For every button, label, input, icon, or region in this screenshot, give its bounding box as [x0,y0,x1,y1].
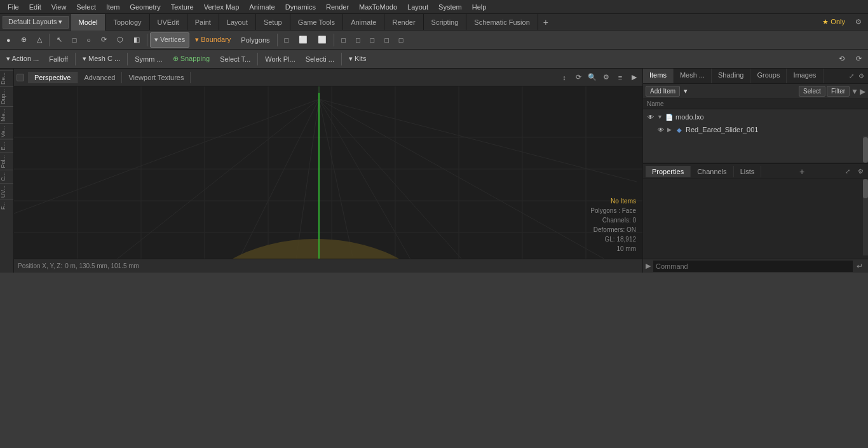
tb-boundary[interactable]: ▾ Boundary [191,32,235,48]
items-scrollbar[interactable] [863,136,868,163]
tb-selecti[interactable]: Selecti ... [301,51,339,67]
menu-layout[interactable]: Layout [402,2,433,12]
prop-tab-properties[interactable]: Properties [646,166,691,177]
panel-tab-groups[interactable]: Groups [750,69,787,83]
tb-polygons[interactable]: Polygons [236,32,274,48]
add-item-button[interactable]: Add Item [646,86,680,97]
undo-button[interactable]: ⟲ [834,51,849,67]
viewport-tab-advanced[interactable]: Advanced [78,72,122,83]
tab-animate[interactable]: Animate [343,14,384,31]
sidebar-item-ve[interactable]: Ve... [0,123,13,139]
viewport-ctrl-menu[interactable]: ≡ [614,72,626,83]
panel-tab-mesh[interactable]: Mesh ... [674,69,712,83]
star-only[interactable]: ★ Only [818,17,849,27]
tree-arrow-mesh[interactable]: ▶ [667,126,675,133]
tree-item-root[interactable]: 👁 ▼ 📄 modo.lxo [643,111,868,123]
tab-render[interactable]: Render [384,14,423,31]
tab-scripting[interactable]: Scripting [424,14,467,31]
prop-tab-lists[interactable]: Lists [734,166,762,177]
select-button[interactable]: Select [799,86,825,97]
tab-layout[interactable]: Layout [219,14,256,31]
items-scrollthumb[interactable] [863,137,868,163]
add-item-dropdown[interactable]: ▾ [684,87,688,95]
viewport-ctrl-play[interactable]: ▶ [628,72,640,83]
tab-model[interactable]: Model [71,14,106,31]
tb-snapping[interactable]: ⊕ Snapping [168,51,215,67]
prop-tab-add[interactable]: + [796,166,808,177]
viewport-ctrl-zoom[interactable]: 🔍 [587,72,598,83]
prop-tab-channels[interactable]: Channels [691,166,733,177]
prop-ctrl-settings[interactable]: ⚙ [855,166,865,177]
layout-settings[interactable]: ⚙ [849,18,868,26]
menu-view[interactable]: View [46,2,72,12]
tb-sq2[interactable]: ⬜ [294,32,312,48]
menu-edit[interactable]: Edit [24,2,46,12]
tb-globe[interactable]: ⊕ [17,32,31,48]
tb-sq4[interactable]: □ [337,32,350,48]
tab-schematic-fusion[interactable]: Schematic Fusion [466,14,538,31]
tb-mesh-c[interactable]: ▾ Mesh C ... [78,51,125,67]
panel-tab-images[interactable]: Images [787,69,823,83]
tb-vertices[interactable]: ▾ Vertices [150,32,189,48]
sidebar-item-de[interactable]: De... [0,70,13,86]
sidebar-item-pol[interactable]: Pol... [0,153,13,170]
sidebar-item-f[interactable]: F... [0,200,13,212]
tb-symm[interactable]: Symm ... [130,51,166,67]
sidebar-item-e[interactable]: E... [0,139,13,153]
tab-topology[interactable]: Topology [105,14,149,31]
viewport-ctrl-rotate[interactable]: ⟳ [573,72,584,83]
tab-setup[interactable]: Setup [256,14,290,31]
panel-tab-items[interactable]: Items [643,69,674,83]
menu-vertex-map[interactable]: Vertex Map [199,2,245,12]
tb-sq3[interactable]: ⬜ [313,32,331,48]
props-scrollbar[interactable] [863,179,868,255]
add-layout-tab[interactable]: + [538,15,553,29]
menu-animate[interactable]: Animate [244,2,280,12]
menu-help[interactable]: Help [467,2,492,12]
tree-eye-root[interactable]: 👁 [646,112,656,122]
menu-dynamics[interactable]: Dynamics [280,2,321,12]
tb-select-t[interactable]: Select T... [215,51,255,67]
tab-uvedit[interactable]: UVEdit [150,14,187,31]
tb-circle1[interactable]: ○ [82,32,95,48]
tree-arrow-root[interactable]: ▼ [657,114,665,120]
menu-system[interactable]: System [433,2,467,12]
menu-geometry[interactable]: Geometry [125,2,165,12]
tb-sq1[interactable]: □ [280,32,294,48]
props-scrollthumb[interactable] [863,179,868,198]
tb-sq7[interactable]: □ [380,32,393,48]
panel-tab-shading[interactable]: Shading [712,69,750,83]
cmd-confirm-btn[interactable]: ↵ [854,261,865,272]
sidebar-item-dup[interactable]: Dup... [0,86,13,106]
tb-kits[interactable]: ▾ Kits [344,51,370,67]
menu-texture[interactable]: Texture [166,2,199,12]
tb-falloff[interactable]: Falloff [44,51,72,67]
items-expand-btn[interactable]: ▶ [860,87,865,96]
viewport-3d[interactable]: X Y Z No Items Polygons : Face Channels:… [14,86,642,259]
panel-resize-expand[interactable]: ⤢ [848,72,855,79]
tb-halfbox[interactable]: ◧ [129,32,144,48]
tree-eye-mesh[interactable]: 👁 [656,125,666,135]
menu-item[interactable]: Item [101,2,125,12]
tb-action[interactable]: ▾ Action ... [2,51,43,67]
tb-sq8[interactable]: □ [395,32,408,48]
tab-game-tools[interactable]: Game Tools [290,14,344,31]
tb-sq5[interactable]: □ [351,32,365,48]
sidebar-item-me[interactable]: Me... [0,106,13,123]
items-scroll-area[interactable]: 👁 ▼ 📄 modo.lxo 👁 ▶ ◆ Red_Eared_Slider_00… [643,109,868,136]
tb-tri[interactable]: △ [32,32,46,48]
viewport-toggle[interactable] [17,74,24,81]
tb-sel[interactable]: ↖ [52,32,67,48]
tb-sq6[interactable]: □ [366,32,379,48]
tb-work-plane[interactable]: Work Pl... [261,51,299,67]
menu-file[interactable]: File [3,2,24,12]
viewport-tab-textures[interactable]: Viewport Textures [122,72,191,83]
sidebar-item-uv[interactable]: UV... [0,183,13,200]
tab-paint[interactable]: Paint [187,14,219,31]
sidebar-item-c[interactable]: C... [0,170,13,183]
menu-render[interactable]: Render [321,2,354,12]
tree-item-mesh[interactable]: 👁 ▶ ◆ Red_Eared_Slider_001 [643,123,868,136]
viewport-ctrl-gear[interactable]: ⚙ [600,72,612,83]
tb-rotate[interactable]: ⟳ [97,32,111,48]
tb-bullet[interactable]: ● [2,32,15,48]
